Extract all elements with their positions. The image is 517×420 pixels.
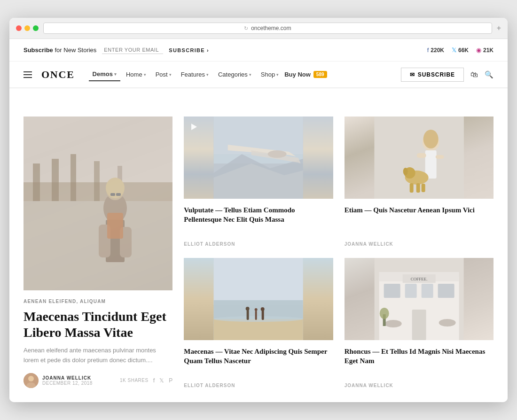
svg-rect-58: [438, 284, 454, 298]
email-input[interactable]: [102, 46, 163, 54]
post-3-title[interactable]: Maecenas — Vitae Nec Adipiscing Quis Sem…: [184, 347, 333, 366]
featured-title[interactable]: Maecenas Tincidunt Eget Libero Massa Vit…: [24, 309, 172, 340]
facebook-share-icon[interactable]: f: [153, 377, 155, 384]
hamburger-menu[interactable]: [24, 71, 32, 78]
svg-point-27: [268, 150, 287, 158]
svg-rect-14: [107, 213, 123, 239]
author-info: JOANNA WELLICK DECEMBER 12, 2018: [42, 375, 93, 386]
svg-rect-37: [409, 183, 413, 193]
post-3-image[interactable]: [184, 258, 333, 340]
facebook-link[interactable]: f 220K: [427, 47, 444, 54]
svg-point-13: [106, 178, 125, 198]
nav-right: ✉ SUBSCRIBE 🛍 🔍: [401, 68, 494, 82]
svg-rect-46: [247, 310, 249, 320]
buy-badge: 589: [313, 71, 327, 78]
post-4-author: JOANNA WELLICK: [345, 383, 494, 388]
main-nav: ONCE Demos ▾ Home ▾ Post ▾ Features ▾: [9, 62, 508, 88]
subscribe-top-button[interactable]: SUBSCRIBE ›: [169, 47, 209, 53]
nav-item-home-label: Home: [126, 71, 142, 78]
twitter-share-icon[interactable]: 𝕏: [159, 377, 164, 384]
svg-rect-5: [70, 154, 76, 201]
new-tab-button[interactable]: +: [497, 24, 501, 32]
svg-point-45: [214, 316, 303, 322]
svg-rect-32: [416, 153, 426, 158]
nav-item-features[interactable]: Features ▾: [177, 68, 212, 81]
post-4-title[interactable]: Rhoncus — Et Tellus Id Magnis Nisi Maece…: [345, 347, 494, 366]
featured-title-line1: Maecenas Tincidunt Eget: [24, 309, 166, 324]
subscribe-strip: Subscribe for New Stories SUBSCRIBE ›: [24, 46, 209, 54]
svg-rect-55: [384, 284, 400, 298]
svg-rect-39: [421, 184, 425, 192]
post-date: DECEMBER 12, 2018: [42, 381, 93, 386]
featured-image-bg: [24, 117, 172, 290]
nav-item-categories[interactable]: Categories ▾: [214, 68, 255, 81]
chevron-down-icon: ▾: [276, 72, 279, 77]
post-1-image-bg: [184, 117, 333, 199]
play-button[interactable]: [188, 121, 200, 132]
post-1-image[interactable]: [184, 117, 333, 199]
buy-now-button[interactable]: Buy Now 589: [284, 71, 327, 78]
nav-item-post[interactable]: Post ▾: [152, 68, 175, 81]
cart-button[interactable]: 🛍: [470, 70, 478, 79]
svg-rect-3: [33, 163, 40, 201]
address-bar[interactable]: ↻ oncetheme.com: [43, 23, 492, 34]
posts-grid: AENEAN ELEIFEND, ALIQUAM Maecenas Tincid…: [24, 117, 494, 388]
subscribe-nav-button[interactable]: ✉ SUBSCRIBE: [401, 68, 464, 82]
post-4-image-bg: COFFEE.: [345, 258, 494, 340]
cart-icon: 🛍: [470, 70, 478, 78]
post-4-image[interactable]: COFFEE.: [345, 258, 494, 340]
post-1-title[interactable]: Vulputate — Tellus Etiam Commodo Pellent…: [184, 205, 333, 225]
instagram-link[interactable]: ◉ 21K: [476, 47, 494, 54]
content-area: AENEAN ELEIFEND, ALIQUAM Maecenas Tincid…: [9, 102, 508, 402]
envelope-icon: ✉: [410, 71, 415, 78]
nav-item-categories-label: Categories: [218, 71, 248, 78]
buy-now-label: Buy Now: [284, 71, 311, 78]
post-2-title-bold: Etiam: [345, 206, 363, 214]
post-2-author: JOANNA WELLICK: [345, 241, 494, 247]
nav-left: ONCE Demos ▾ Home ▾ Post ▾ Features ▾: [24, 68, 327, 81]
facebook-icon: f: [427, 47, 429, 54]
chevron-down-icon: ▾: [144, 72, 146, 77]
svg-rect-48: [255, 311, 257, 320]
nav-item-home[interactable]: Home ▾: [122, 68, 150, 81]
svg-point-40: [423, 130, 438, 148]
subscribe-nav-label: SUBSCRIBE: [418, 71, 455, 78]
chevron-down-icon: ▾: [206, 72, 209, 77]
subscribe-btn-label: SUBSCRIBE: [169, 47, 205, 53]
nav-item-shop[interactable]: Shop ▾: [257, 68, 282, 81]
svg-rect-57: [421, 284, 433, 298]
search-button[interactable]: 🔍: [485, 70, 494, 79]
svg-point-36: [403, 168, 407, 175]
svg-point-47: [246, 307, 250, 311]
post-2-title[interactable]: Etiam — Quis Nascetur Aenean Ipsum Vici: [345, 205, 494, 215]
nav-menu: Demos ▾ Home ▾ Post ▾ Features ▾ Categor…: [89, 68, 327, 81]
url-text: oncetheme.com: [251, 25, 291, 31]
post-3: Maecenas — Vitae Nec Adipiscing Quis Sem…: [184, 258, 333, 388]
post-4-title-bold: Rhoncus: [345, 348, 371, 355]
pinterest-share-icon[interactable]: P: [169, 377, 172, 384]
svg-rect-61: [412, 310, 426, 340]
refresh-icon: ↻: [244, 25, 248, 31]
post-4: COFFEE. Rhoncus —: [345, 258, 494, 388]
minimize-button[interactable]: [24, 25, 30, 31]
post-1: Vulputate — Tellus Etiam Commodo Pellent…: [184, 117, 333, 247]
svg-rect-42: [214, 258, 303, 305]
nav-item-demos[interactable]: Demos ▾: [89, 68, 120, 81]
svg-point-51: [261, 307, 265, 311]
site-logo[interactable]: ONCE: [41, 69, 75, 81]
featured-meta: AENEAN ELEIFEND, ALIQUAM Maecenas Tincid…: [24, 299, 172, 388]
twitter-link[interactable]: 𝕏 66K: [452, 47, 469, 54]
post-2: Etiam — Quis Nascetur Aenean Ipsum Vici …: [345, 117, 494, 247]
svg-rect-56: [405, 284, 416, 298]
svg-rect-15: [110, 193, 115, 196]
maximize-button[interactable]: [33, 25, 39, 31]
traffic-lights: [16, 25, 39, 31]
featured-image[interactable]: [24, 117, 172, 290]
close-button[interactable]: [16, 25, 22, 31]
svg-point-18: [28, 376, 34, 381]
post-2-title-dash: — Quis Nascetur Aenean Ipsum Vici: [365, 206, 475, 214]
svg-rect-38: [416, 183, 420, 193]
chevron-down-icon: ▾: [169, 72, 172, 77]
svg-rect-4: [52, 159, 59, 201]
post-2-image[interactable]: [345, 117, 494, 199]
